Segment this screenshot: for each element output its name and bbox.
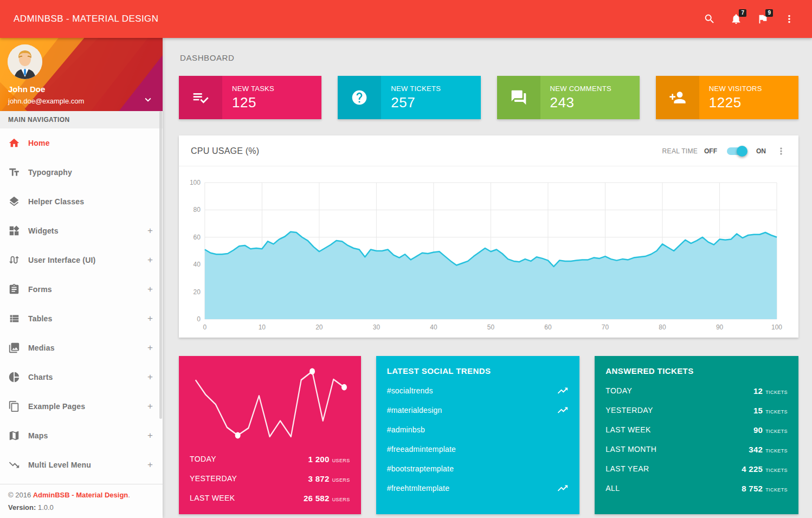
trend-item-adminbsb[interactable]: #adminbsb [387, 420, 569, 439]
sidebar-item-home[interactable]: Home [0, 128, 163, 158]
sidebar-item-label: Charts [28, 373, 147, 381]
stat-label: YESTERDAY [190, 474, 237, 483]
sidebar-item-user-interface-ui[interactable]: User Interface (UI)+ [0, 245, 163, 275]
trending-down-icon [8, 459, 20, 471]
trend-tag: #materialdesign [387, 406, 442, 415]
real-time-controls: REAL TIME OFF ON [662, 146, 787, 157]
stat-row-yesterday: YESTERDAY3 872USERS [190, 469, 350, 488]
stat-unit: USERS [332, 497, 350, 502]
trend-tag: #socialtrends [387, 386, 433, 395]
svg-text:40: 40 [430, 323, 437, 331]
real-time-label: REAL TIME [662, 147, 698, 155]
svg-text:50: 50 [487, 323, 495, 331]
info-box-value: 257 [391, 94, 441, 111]
stat-unit: TICKETS [765, 390, 788, 395]
visitors-card: TODAY1 200USERSYESTERDAY3 872USERSLAST W… [179, 356, 361, 514]
stat-label: LAST WEEK [190, 494, 235, 502]
sidebar-item-label: Tables [28, 314, 147, 323]
notifications-icon[interactable]: 7 [730, 13, 742, 25]
sidebar-item-label: User Interface (UI) [28, 256, 147, 264]
search-icon[interactable] [704, 13, 716, 25]
sidebar-item-label: Maps [28, 431, 147, 440]
stat-value: 15 [753, 406, 763, 415]
stat-value: 90 [753, 425, 763, 435]
user-email: john.doe@example.com [8, 97, 84, 105]
trend-item-bootstraptemplate[interactable]: #bootstraptemplate [387, 459, 569, 478]
trending-up-icon [557, 385, 569, 397]
map-icon [8, 430, 20, 442]
stat-row-yesterday: YESTERDAY15TICKETS [605, 400, 788, 420]
trend-item-freehtmltemplate[interactable]: #freehtmltemplate [387, 478, 569, 498]
stat-row-all: ALL8 752TICKETS [605, 478, 788, 498]
trend-item-freeadmintemplate[interactable]: #freeadmintemplate [387, 439, 569, 459]
sidebar-item-medias[interactable]: Medias+ [0, 333, 163, 362]
view-list-icon [8, 313, 20, 325]
avatar[interactable] [8, 44, 42, 79]
user-info-panel: John Doe john.doe@example.com [0, 38, 163, 111]
stat-row-last-week: LAST WEEK26 582USERS [190, 488, 350, 508]
tickets-card-title: ANSWERED TICKETS [605, 366, 788, 375]
info-box-value: 125 [232, 94, 274, 111]
sidebar-item-example-pages[interactable]: Example Pages+ [0, 392, 163, 421]
sidebar-item-tables[interactable]: Tables+ [0, 304, 163, 333]
info-box-new-visitors: NEW VISITORS1225 [656, 76, 798, 119]
stat-label: LAST YEAR [605, 464, 649, 473]
app-title: ADMINBSB - MATERIAL DESIGN [14, 14, 158, 24]
stat-value: 12 [753, 386, 763, 396]
sidebar-item-label: Medias [28, 344, 147, 352]
sidebar-item-label: Home [28, 139, 153, 147]
sidebar-item-typography[interactable]: Typography [0, 158, 163, 187]
real-time-toggle[interactable] [727, 147, 746, 155]
expand-plus-icon[interactable]: + [147, 342, 153, 353]
svg-text:40: 40 [194, 261, 201, 268]
top-bar-actions: 7 9 [704, 13, 798, 25]
sidebar-item-widgets[interactable]: Widgets+ [0, 216, 163, 245]
trending-up-icon [557, 482, 569, 494]
trend-item-materialdesign[interactable]: #materialdesign [387, 400, 569, 420]
expand-plus-icon[interactable]: + [147, 430, 153, 441]
sidebar-scrollbar[interactable] [159, 111, 162, 419]
sidebar-item-label: Typography [28, 168, 153, 177]
expand-plus-icon[interactable]: + [147, 372, 153, 383]
sidebar-menu: HomeTypographyHelper ClassesWidgets+User… [0, 128, 163, 480]
stat-unit: TICKETS [765, 409, 788, 415]
stat-unit: TICKETS [765, 487, 788, 493]
trends-list: #socialtrends#materialdesign#adminbsb#fr… [387, 381, 569, 498]
sidebar-item-helper-classes[interactable]: Helper Classes [0, 187, 163, 216]
brand-link[interactable]: AdminBSB - Material Design [33, 491, 128, 499]
answered-tickets-card: ANSWERED TICKETS TODAY12TICKETSYESTERDAY… [595, 356, 798, 514]
expand-plus-icon[interactable]: + [147, 401, 153, 412]
sidebar-item-forms[interactable]: Forms+ [0, 275, 163, 304]
playlist-check-icon [179, 76, 222, 119]
text-fields-icon [8, 166, 20, 178]
svg-text:80: 80 [194, 206, 201, 213]
svg-text:70: 70 [602, 323, 609, 331]
more-vert-icon[interactable] [783, 13, 795, 25]
visitors-sparkline-chart [179, 356, 361, 445]
expand-plus-icon[interactable]: + [147, 284, 153, 295]
stat-unit: TICKETS [765, 448, 788, 454]
sidebar-item-maps[interactable]: Maps+ [0, 421, 163, 450]
stat-label: TODAY [190, 455, 216, 463]
sidebar-item-label: Forms [28, 285, 147, 294]
sidebar-item-multi-level-menu[interactable]: Multi Level Menu+ [0, 450, 163, 480]
expand-plus-icon[interactable]: + [147, 225, 153, 236]
stat-value: 8 752 [742, 484, 763, 493]
chevron-down-icon[interactable] [142, 94, 154, 106]
card-menu-icon[interactable] [776, 146, 787, 157]
pie-chart-icon [8, 371, 20, 383]
expand-plus-icon[interactable]: + [147, 255, 153, 266]
stat-label: YESTERDAY [605, 406, 653, 415]
sidebar-item-label: Helper Classes [28, 197, 153, 206]
flag-icon[interactable]: 9 [757, 13, 769, 25]
svg-text:10: 10 [259, 323, 266, 331]
stat-unit: TICKETS [765, 468, 788, 473]
expand-plus-icon[interactable]: + [147, 313, 153, 324]
sidebar-section-label: MAIN NAVIGATION [0, 111, 163, 128]
sidebar-item-charts[interactable]: Charts+ [0, 362, 163, 392]
info-box-label: NEW COMMENTS [550, 85, 611, 93]
sidebar-item-label: Example Pages [28, 402, 147, 411]
notifications-badge: 7 [739, 9, 746, 17]
trend-item-socialtrends[interactable]: #socialtrends [387, 381, 569, 400]
expand-plus-icon[interactable]: + [147, 459, 153, 470]
